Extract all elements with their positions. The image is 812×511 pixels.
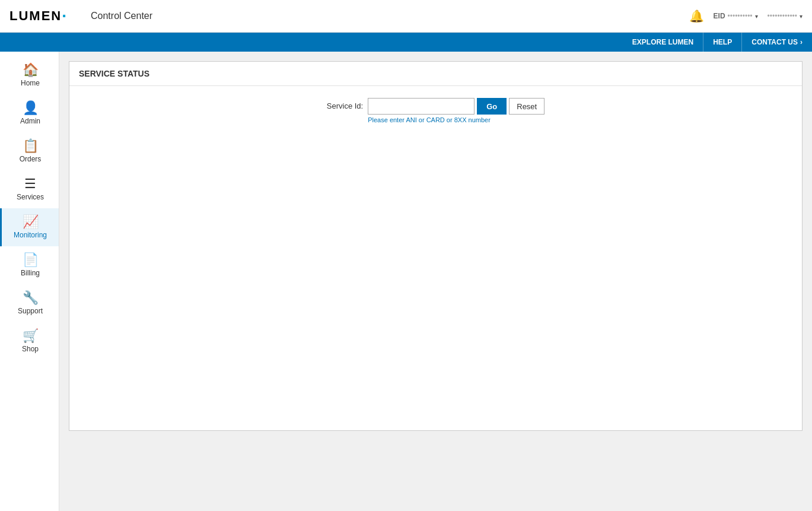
blue-bar: EXPLORE LUMEN HELP CONTACT US › bbox=[0, 33, 812, 52]
admin-icon: 👤 bbox=[23, 101, 39, 115]
service-status-panel: SERVICE STATUS Service Id: Go Reset Plea… bbox=[69, 61, 803, 431]
contact-us-link[interactable]: CONTACT US › bbox=[742, 33, 812, 52]
logo-text: LUMEN bbox=[9, 8, 62, 24]
hint-text: Please enter ANI or CARD or 8XX number bbox=[368, 116, 544, 123]
service-id-form-row: Service Id: Go Reset Please enter ANI or… bbox=[69, 86, 802, 123]
blue-bar-links: EXPLORE LUMEN HELP CONTACT US › bbox=[623, 33, 812, 52]
reset-button[interactable]: Reset bbox=[509, 98, 544, 115]
content-area: SERVICE STATUS Service Id: Go Reset Plea… bbox=[59, 52, 812, 511]
shop-icon: 🛒 bbox=[23, 329, 39, 342]
sidebar-item-billing[interactable]: 📄 Billing bbox=[0, 246, 59, 284]
sidebar-label-home: Home bbox=[21, 79, 40, 87]
support-icon: 🔧 bbox=[23, 291, 39, 304]
contact-us-label: CONTACT US bbox=[752, 38, 798, 46]
eid-label: EID bbox=[714, 12, 725, 20]
sidebar-label-orders: Orders bbox=[20, 155, 42, 163]
logo-dot: · bbox=[62, 8, 67, 24]
sidebar-label-billing: Billing bbox=[21, 269, 40, 277]
sidebar-item-support[interactable]: 🔧 Support bbox=[0, 284, 59, 322]
sidebar-item-admin[interactable]: 👤 Admin bbox=[0, 94, 59, 132]
eid-value: •••••••••• bbox=[728, 12, 753, 20]
panel-title: SERVICE STATUS bbox=[69, 62, 802, 86]
sidebar-label-admin: Admin bbox=[20, 117, 40, 125]
sidebar-item-monitoring[interactable]: 📈 Monitoring bbox=[0, 208, 59, 246]
user-dropdown[interactable]: •••••••••••• ▾ bbox=[768, 12, 803, 20]
sidebar-label-monitoring: Monitoring bbox=[14, 231, 47, 239]
sidebar-item-home[interactable]: 🏠 Home bbox=[0, 56, 59, 94]
sidebar-label-shop: Shop bbox=[22, 345, 39, 353]
monitoring-icon: 📈 bbox=[23, 215, 39, 228]
app-title: Control Center bbox=[91, 11, 152, 21]
service-id-input[interactable] bbox=[368, 98, 475, 115]
logo: LUMEN· bbox=[9, 8, 67, 24]
service-id-label: Service Id: bbox=[327, 98, 363, 110]
chevron-down-icon: ▾ bbox=[755, 13, 758, 20]
sidebar-item-shop[interactable]: 🛒 Shop bbox=[0, 322, 59, 360]
sidebar-item-services[interactable]: ☰ Services bbox=[0, 170, 59, 208]
user-value: •••••••••••• bbox=[768, 12, 797, 20]
services-icon: ☰ bbox=[24, 177, 36, 191]
panel-body: Service Id: Go Reset Please enter ANI or… bbox=[69, 86, 802, 430]
contact-us-arrow-icon: › bbox=[800, 38, 803, 46]
sidebar-label-services: Services bbox=[17, 193, 44, 201]
bell-icon[interactable]: 🔔 bbox=[689, 9, 704, 23]
top-header: LUMEN· Control Center 🔔 EID •••••••••• ▾… bbox=[0, 0, 812, 33]
sidebar-item-orders[interactable]: 📋 Orders bbox=[0, 132, 59, 170]
eid-dropdown[interactable]: EID •••••••••• ▾ bbox=[714, 12, 758, 20]
user-chevron-icon: ▾ bbox=[800, 13, 803, 20]
go-button[interactable]: Go bbox=[477, 98, 507, 115]
orders-icon: 📋 bbox=[23, 139, 39, 153]
main-layout: 🏠 Home 👤 Admin 📋 Orders ☰ Services 📈 Mon… bbox=[0, 52, 812, 511]
sidebar-label-support: Support bbox=[18, 307, 43, 315]
help-link[interactable]: HELP bbox=[703, 33, 742, 52]
billing-icon: 📄 bbox=[23, 253, 39, 266]
explore-lumen-link[interactable]: EXPLORE LUMEN bbox=[623, 33, 703, 52]
input-button-row: Go Reset bbox=[368, 98, 544, 115]
form-fields-container: Go Reset Please enter ANI or CARD or 8XX… bbox=[368, 98, 544, 123]
home-icon: 🏠 bbox=[23, 64, 39, 77]
sidebar: 🏠 Home 👤 Admin 📋 Orders ☰ Services 📈 Mon… bbox=[0, 52, 59, 511]
header-right: 🔔 EID •••••••••• ▾ •••••••••••• ▾ bbox=[689, 9, 803, 23]
